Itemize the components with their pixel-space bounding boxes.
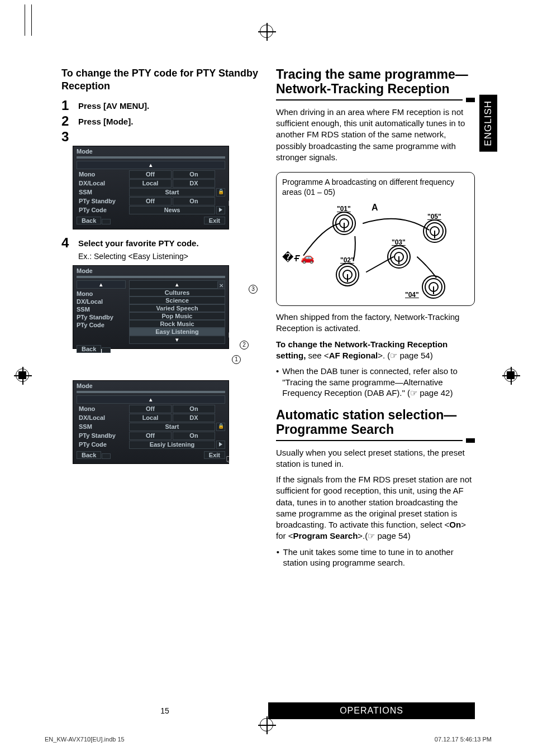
device-screen-2: Mode ▴ Mono DX/Local SSM PTy Standby PTy…: [73, 265, 229, 349]
device1-row-ssm: SSM: [77, 188, 128, 197]
device3-pty-off[interactable]: Off: [129, 432, 172, 440]
device3-row-dxlocal: DX/Local: [77, 414, 128, 422]
left-column: To change the PTY code for PTY Standby R…: [61, 67, 260, 681]
registration-mark-bottom: [260, 718, 273, 731]
s2b2pre: If the signals from the FM RDS preset st…: [276, 475, 472, 529]
device2-opt-rock[interactable]: Rock Music: [129, 320, 225, 328]
step-2-num: 2: [61, 114, 73, 128]
device3-dx-local[interactable]: Local: [129, 414, 172, 422]
left-heading: To change the PTY code for PTY Standby R…: [61, 67, 260, 93]
section2-bullet-text: The unit takes some time to tune in to a…: [283, 547, 475, 568]
device3-row-mono: Mono: [77, 405, 128, 413]
device3-ptycode-arrow-icon[interactable]: [216, 441, 225, 449]
device3-ssm-start[interactable]: Start: [129, 423, 215, 431]
device1-back-button[interactable]: Back: [77, 217, 101, 224]
device2-scroll-down-right[interactable]: ▾: [129, 336, 225, 344]
s2b2post: >.(☞ page 54): [358, 531, 410, 540]
registration-square-right: [507, 371, 515, 379]
label-04: "04": [405, 291, 419, 299]
device2-row-dxlocal: DX/Local: [77, 298, 128, 305]
device2-close-icon[interactable]: ✕: [217, 281, 225, 289]
device1-title: Mode: [73, 146, 229, 156]
device2-scroll-up-right[interactable]: ▴: [129, 280, 225, 289]
step-1: 1 Press [AV MENU].: [61, 99, 260, 112]
device3-mono-on[interactable]: On: [173, 405, 215, 413]
registration-square-left: [18, 371, 26, 379]
bullet-dot-icon-2: •: [276, 547, 280, 568]
device2-row-ssm: SSM: [77, 305, 128, 313]
antenna-03-icon: [387, 245, 411, 269]
device1-pty-on[interactable]: On: [173, 197, 215, 205]
step-4: 4 Select your favorite PTY code.: [61, 236, 260, 250]
antenna-01-icon: [332, 212, 356, 235]
step-2: 2 Press [Mode].: [61, 114, 260, 128]
device1-dx-local[interactable]: Local: [129, 179, 172, 188]
device2-circle-1: 1: [232, 355, 241, 364]
section1-body: When driving in an area where FM recepti…: [276, 107, 475, 163]
bullet-dot-icon: •: [276, 366, 279, 399]
device1-ssm-start[interactable]: Start: [129, 188, 215, 197]
section2-rule: [276, 438, 475, 443]
device3-dx-dx[interactable]: DX: [173, 414, 215, 422]
device1-dx-dx[interactable]: DX: [173, 179, 215, 188]
step-1-num: 1: [61, 99, 73, 112]
device1-mono-off[interactable]: Off: [129, 170, 172, 179]
device2-title: Mode: [73, 266, 229, 276]
right-column: ENGLISH Tracing the same programme—Netwo…: [276, 67, 475, 681]
device2-scroll-up-left[interactable]: ▴: [77, 280, 126, 289]
device2-opt-easy[interactable]: Easy Listening: [129, 328, 225, 336]
section1-after2: To change the Network-Tracking Reception…: [276, 339, 475, 362]
section2-title: Automatic station selection—Programme Se…: [276, 408, 475, 437]
section2-bullet: • The unit takes some time to tune in to…: [276, 547, 475, 568]
device2-back-button[interactable]: Back: [77, 345, 101, 353]
s2b2bold2: Program Search: [293, 531, 358, 540]
device3-row-ptystandby: PTy Standby: [77, 432, 128, 440]
device3-pty-on[interactable]: On: [173, 432, 215, 440]
device3-ptycode-value[interactable]: Easiy Listening: [129, 441, 215, 449]
label-03: "03": [392, 238, 406, 246]
device3-mono-off[interactable]: Off: [129, 405, 172, 413]
device1-ptycode-value[interactable]: News: [129, 206, 215, 214]
device1-mono-on[interactable]: On: [173, 170, 215, 179]
device1-pty-off[interactable]: Off: [129, 197, 172, 205]
device1-row-dxlocal: DX/Local: [77, 179, 128, 188]
device3-back-button[interactable]: Back: [77, 451, 101, 459]
label-02: "02": [340, 256, 354, 264]
device1-row-mono: Mono: [77, 170, 128, 179]
device2-row-ptystandby: PTy Standby: [77, 313, 128, 321]
label-05: "05": [427, 213, 441, 221]
device1-row-ptycode: PTy Code: [77, 206, 128, 214]
car-icon: �ғ🚗: [282, 251, 315, 264]
device2-subbar: [77, 276, 225, 278]
device2-circle-3: 3: [249, 285, 258, 294]
device3-scroll-up[interactable]: ▴: [77, 395, 225, 404]
antenna-05-icon: [423, 219, 446, 243]
network-diagram: Programme A broadcasting on different fr…: [276, 172, 475, 306]
device3-row-ssm: SSM: [77, 423, 128, 431]
device1-subbar: [77, 156, 225, 159]
step-2-text: Press [Mode].: [78, 114, 133, 126]
registration-mark-top: [260, 25, 273, 38]
device1-ssm-lock-icon: 🔒: [216, 188, 225, 197]
device2-opt-cultures[interactable]: Cultures: [129, 289, 225, 296]
device1-row-ptystandby: PTy Standby: [77, 197, 128, 205]
device2-row-mono: Mono: [77, 290, 128, 298]
device2-opt-science[interactable]: Science: [129, 296, 225, 304]
step-3: 3: [61, 130, 260, 143]
section1-bullet: • When the DAB tuner is connected, refer…: [276, 366, 475, 399]
device1-exit-button[interactable]: Exit: [204, 217, 225, 224]
device2-opt-varied[interactable]: Varied Speech: [129, 304, 225, 312]
s2b2bold: On: [449, 520, 461, 529]
section1-title: Tracing the same programme—Network-Track…: [276, 67, 475, 97]
device2-opt-pop[interactable]: Pop Music: [129, 312, 225, 320]
section1-rule: [276, 98, 475, 102]
footer-meta: EN_KW-AVX710[EU].indb 15 07.12.17 5:46:1…: [45, 736, 492, 743]
diagram-caption: Programme A broadcasting on different fr…: [282, 177, 469, 197]
device1-ptycode-arrow-icon[interactable]: [216, 206, 225, 214]
step-4-sub: Ex.: Selecting <Easy Listening>: [78, 252, 260, 261]
step-3-num: 3: [61, 130, 73, 143]
page-content: To change the PTY code for PTY Standby R…: [61, 67, 475, 681]
device1-scroll-up[interactable]: ▴: [77, 161, 225, 169]
label-01: "01": [337, 205, 351, 213]
device3-exit-button[interactable]: Exit: [204, 451, 225, 459]
